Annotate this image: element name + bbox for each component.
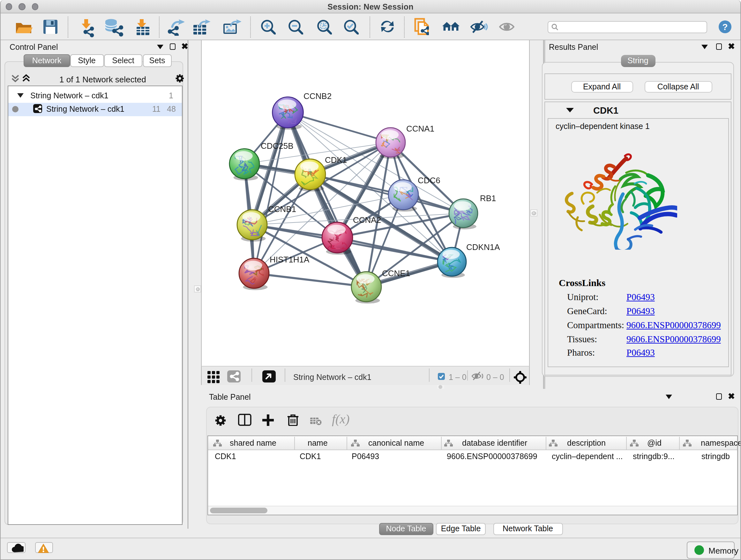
svg-text:RB1: RB1 [480,193,496,203]
svg-text:CCNB2: CCNB2 [304,91,332,101]
svg-text:CCNB1: CCNB1 [268,204,296,214]
svg-text:CDKN1A: CDKN1A [466,242,500,252]
svg-text:CCNA1: CCNA1 [406,124,434,133]
svg-text:HIST1H1A: HIST1H1A [270,255,310,264]
svg-text:CDC25B: CDC25B [261,141,293,151]
svg-text:CDC6: CDC6 [418,176,441,185]
svg-text:CCNE1: CCNE1 [382,268,410,278]
svg-text:CCNA2: CCNA2 [353,215,381,225]
svg-text:?: ? [722,22,728,32]
svg-text:CDK1: CDK1 [325,155,347,165]
